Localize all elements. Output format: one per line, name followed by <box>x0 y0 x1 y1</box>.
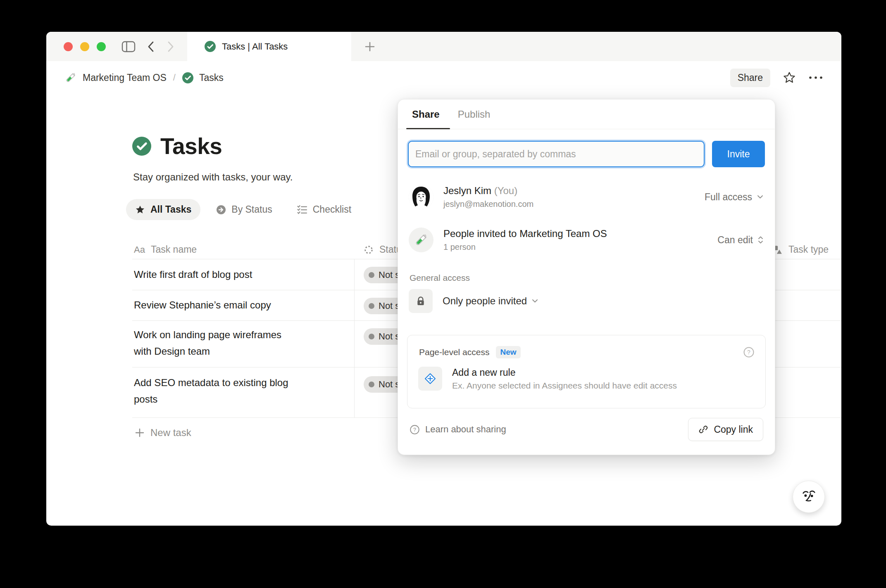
tab-share[interactable]: Share <box>412 109 440 120</box>
task-name-cell[interactable]: Work on landing page wireframes with Des… <box>132 321 302 368</box>
app-window: Tasks | All Tasks Marketing Team OS / Ta… <box>46 32 841 526</box>
help-icon: ? <box>410 424 420 435</box>
view-tab-all-tasks[interactable]: All Tasks <box>126 199 200 220</box>
chevron-down-icon <box>757 195 763 199</box>
general-access-label: General access <box>410 273 470 283</box>
view-tab-by-status[interactable]: By Status <box>207 199 281 220</box>
invite-button[interactable]: Invite <box>712 141 765 167</box>
breadcrumb-separator: / <box>172 72 176 83</box>
breadcrumb: Marketing Team OS / Tasks <box>64 71 224 84</box>
status-spinner-icon <box>364 245 374 255</box>
minimize-window-button[interactable] <box>80 42 89 51</box>
checklist-icon <box>297 205 307 215</box>
breadcrumb-workspace[interactable]: Marketing Team OS <box>83 72 167 83</box>
page-level-access-box: Page-level access New ? Add a new rule E… <box>407 335 766 408</box>
status-dot-icon <box>369 382 374 387</box>
help-icon[interactable]: ? <box>743 346 755 358</box>
board-arrow-icon <box>216 205 226 215</box>
add-rule-title: Add a new rule <box>452 367 677 378</box>
breadcrumb-page[interactable]: Tasks <box>199 72 224 83</box>
sidebar-toggle-icon[interactable] <box>121 41 136 52</box>
status-dot-icon <box>369 334 374 339</box>
status-dot-icon <box>369 272 374 278</box>
tab-publish[interactable]: Publish <box>458 109 491 120</box>
view-tab-label: Checklist <box>313 204 351 215</box>
page-topbar: Marketing Team OS / Tasks Share <box>46 62 841 93</box>
access-dropdown-can-edit[interactable]: Can edit <box>717 235 763 246</box>
view-tab-label: All Tasks <box>150 204 191 215</box>
new-badge: New <box>496 346 520 358</box>
page-title: Tasks <box>160 133 222 159</box>
chevron-down-icon <box>532 299 538 303</box>
general-access-dropdown[interactable]: Only people invited <box>443 295 538 307</box>
text-property-icon: Aa <box>134 244 145 255</box>
forward-icon[interactable] <box>166 40 175 53</box>
status-dot-icon <box>369 303 374 309</box>
task-check-icon <box>205 41 216 52</box>
new-tab-button[interactable] <box>361 38 379 55</box>
favorite-star-icon[interactable] <box>783 71 796 84</box>
task-name-cell[interactable]: Add SEO metadata to existing blog posts <box>132 368 302 416</box>
add-rule-description: Ex. Anyone selected in Assignees should … <box>452 381 677 391</box>
column-task-name[interactable]: Task name <box>151 244 197 255</box>
star-icon <box>135 205 145 215</box>
task-name-cell[interactable]: Review Stephanie’s email copy <box>132 290 271 322</box>
tab-tasks-all-tasks[interactable]: Tasks | All Tasks <box>187 32 351 61</box>
link-icon <box>698 424 708 434</box>
view-tabs: All Tasks By Status Checklist <box>126 199 360 220</box>
member-name: Jeslyn Kim <box>443 185 491 196</box>
task-check-icon <box>182 72 193 83</box>
more-options-icon[interactable] <box>808 76 823 80</box>
member-email: jeslyn@makenotion.com <box>443 199 534 209</box>
member-row-group[interactable]: People invited to Marketing Team OS 1 pe… <box>409 222 763 258</box>
page-level-access-title: Page-level access <box>419 347 489 357</box>
learn-about-sharing-link[interactable]: ? Learn about sharing <box>410 424 506 435</box>
active-tab-underline <box>406 128 450 129</box>
group-avatar <box>409 228 433 252</box>
general-access-row[interactable]: Only people invited <box>409 286 763 316</box>
invite-email-input[interactable] <box>408 141 705 167</box>
share-dialog: Share Publish Invite Jeslyn Kim (You) je… <box>398 99 775 455</box>
add-rule-button[interactable]: Add a new rule Ex. Anyone selected in As… <box>418 367 755 391</box>
svg-text:?: ? <box>413 427 416 432</box>
add-rule-diamond-icon <box>418 367 442 391</box>
page-subtitle: Stay organized with tasks, your way. <box>133 171 293 183</box>
member-you-suffix: (You) <box>494 185 517 196</box>
copy-link-button[interactable]: Copy link <box>688 418 763 441</box>
group-name: People invited to Marketing Team OS <box>443 228 607 239</box>
plus-icon <box>135 428 145 438</box>
back-icon[interactable] <box>146 40 155 53</box>
share-dialog-tabs: Share Publish <box>398 100 775 129</box>
test-tube-icon <box>64 71 77 84</box>
close-window-button[interactable] <box>64 42 73 51</box>
share-button[interactable]: Share <box>730 69 770 87</box>
face-icon <box>799 487 818 506</box>
svg-text:?: ? <box>747 349 750 356</box>
task-check-icon[interactable] <box>132 137 151 156</box>
view-tab-label: By Status <box>231 204 272 215</box>
access-dropdown-full-access[interactable]: Full access <box>705 192 763 203</box>
tab-title: Tasks | All Tasks <box>222 41 288 52</box>
view-tab-checklist[interactable]: Checklist <box>288 199 360 220</box>
column-task-type[interactable]: Task type <box>772 244 829 255</box>
member-row-jeslyn[interactable]: Jeslyn Kim (You) jeslyn@makenotion.com F… <box>409 180 763 213</box>
traffic-lights <box>64 42 106 51</box>
avatar <box>409 185 433 209</box>
task-name-cell[interactable]: Write first draft of blog post <box>132 259 252 291</box>
lock-icon <box>409 289 433 313</box>
group-meta: 1 person <box>443 242 607 252</box>
notion-ai-face-button[interactable] <box>793 481 825 513</box>
chevron-up-down-icon <box>758 236 763 244</box>
screenshot-canvas: Tasks | All Tasks Marketing Team OS / Ta… <box>0 0 886 588</box>
zoom-window-button[interactable] <box>97 42 106 51</box>
page-title-row: Tasks <box>132 133 222 159</box>
browser-tab-bar: Tasks | All Tasks <box>46 32 841 61</box>
